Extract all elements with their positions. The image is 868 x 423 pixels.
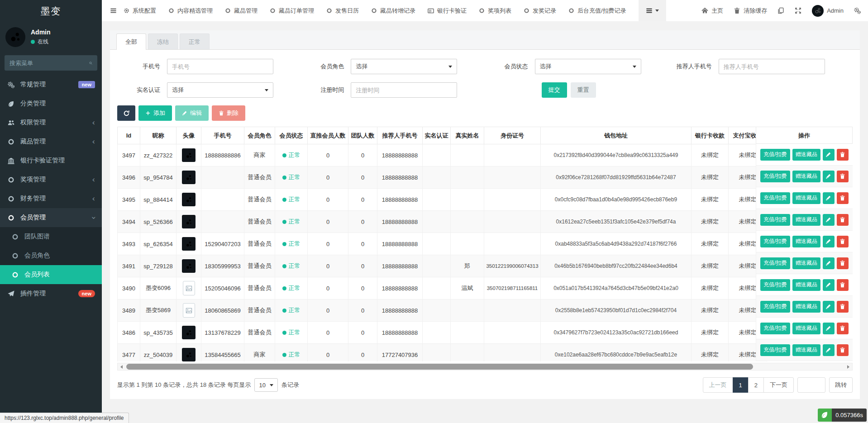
gift-collection-button[interactable]: 赠送藏品 xyxy=(792,301,820,313)
row-delete-button[interactable] xyxy=(837,344,849,356)
member-avatar[interactable] xyxy=(182,259,196,273)
add-button[interactable]: 添加 xyxy=(138,105,172,121)
member-avatar[interactable] xyxy=(182,326,196,339)
row-delete-button[interactable] xyxy=(837,301,849,313)
sidebar-item-member-list[interactable]: 会员列表 xyxy=(0,265,102,284)
gift-collection-button[interactable]: 赠送藏品 xyxy=(792,236,820,247)
col-bank[interactable]: 银行卡收款 xyxy=(692,127,729,144)
gift-collection-button[interactable]: 赠送藏品 xyxy=(792,344,820,356)
edit-button[interactable]: 编辑 xyxy=(175,105,209,121)
member-avatar[interactable] xyxy=(182,237,196,251)
row-delete-button[interactable] xyxy=(837,323,849,334)
sidebar-item-team-graph[interactable]: 团队图谱 xyxy=(0,227,102,246)
row-delete-button[interactable] xyxy=(837,149,849,161)
col-realname[interactable]: 真实姓名 xyxy=(451,127,484,144)
nav-item-collection-order[interactable]: 藏品订单管理 xyxy=(270,7,314,15)
referrer-phone-input[interactable] xyxy=(719,59,825,74)
gift-collection-button[interactable]: 赠送藏品 xyxy=(792,149,820,161)
col-wallet[interactable]: 钱包地址 xyxy=(541,127,692,144)
member-avatar[interactable] xyxy=(182,171,196,184)
nav-item-sale-calendar[interactable]: 发售日历 xyxy=(326,7,359,15)
user-avatar[interactable] xyxy=(5,27,25,47)
recharge-button[interactable]: 充值/扣费 xyxy=(760,236,790,247)
member-avatar[interactable] xyxy=(182,348,196,361)
col-idcard[interactable]: 身份证号 xyxy=(484,127,541,144)
realname-select[interactable]: 选择 xyxy=(167,82,273,98)
home-button[interactable]: 主页 xyxy=(701,7,723,15)
col-direct-count[interactable]: 直推会员人数 xyxy=(308,127,348,144)
jump-button[interactable]: 跳转 xyxy=(829,377,853,393)
sidebar-item-member[interactable]: 会员管理‹ xyxy=(0,208,102,227)
col-nickname[interactable]: 昵称 xyxy=(140,127,176,144)
hamburger-icon[interactable] xyxy=(102,7,124,14)
nav-item-collection[interactable]: 藏品管理 xyxy=(225,7,258,15)
table-row[interactable]: 3497 zz_427322 18888888886 商家 正常 0 0 188… xyxy=(118,144,767,166)
member-avatar[interactable] xyxy=(183,281,195,295)
col-status[interactable]: 会员状态 xyxy=(275,127,308,144)
row-delete-button[interactable] xyxy=(837,279,849,291)
row-delete-button[interactable] xyxy=(837,236,849,247)
table-row[interactable]: 3493 sp_626354 15290407203 普通会员 正常 0 0 1… xyxy=(118,233,767,255)
gift-collection-button[interactable]: 赠送藏品 xyxy=(792,257,820,269)
recharge-button[interactable]: 充值/扣费 xyxy=(760,171,790,182)
row-edit-button[interactable] xyxy=(823,301,835,313)
recharge-button[interactable]: 充值/扣费 xyxy=(760,214,790,226)
prev-page-button[interactable]: 上一页 xyxy=(703,377,733,393)
table-row[interactable]: 3490 墨变6096 15205046096 普通会员 正常 0 0 1888… xyxy=(118,277,767,299)
col-verified[interactable]: 实名认证 xyxy=(423,127,451,144)
sidebar-item-auth[interactable]: 权限管理‹ xyxy=(0,113,102,132)
nav-item-bankcard-verify[interactable]: 银行卡验证 xyxy=(428,7,467,15)
sidebar-item-finance[interactable]: 财务管理‹ xyxy=(0,189,102,208)
recharge-button[interactable]: 充值/扣费 xyxy=(760,344,790,356)
delete-button[interactable]: 删除 xyxy=(212,105,245,121)
table-row[interactable]: 3496 sp_954784 普通会员 正常 0 0 18888888888 xyxy=(118,166,767,189)
page-size-select[interactable]: 10 xyxy=(254,378,277,392)
sidebar-search-input[interactable] xyxy=(10,60,89,67)
clear-cache-button[interactable]: 清除缓存 xyxy=(734,7,767,15)
settings-gears-icon[interactable] xyxy=(854,7,861,14)
nav-item-recharge-record[interactable]: 后台充值/扣费记录 xyxy=(568,7,626,15)
nav-item-content-featured[interactable]: 内容精选管理 xyxy=(168,7,213,15)
recharge-button[interactable]: 充值/扣费 xyxy=(760,149,790,161)
scroll-left-arrow[interactable] xyxy=(118,363,125,370)
sidebar-item-member-role[interactable]: 会员角色 xyxy=(0,246,102,265)
row-delete-button[interactable] xyxy=(837,257,849,269)
member-avatar[interactable] xyxy=(182,193,196,206)
page-2-button[interactable]: 2 xyxy=(748,377,764,393)
table-row[interactable]: 3494 sp_526366 普通会员 正常 0 0 18888888888 xyxy=(118,211,767,233)
row-edit-button[interactable] xyxy=(823,257,835,269)
page-1-button[interactable]: 1 xyxy=(733,377,749,393)
row-edit-button[interactable] xyxy=(823,323,835,334)
member-avatar[interactable] xyxy=(182,215,196,228)
row-edit-button[interactable] xyxy=(823,344,835,356)
tab-all[interactable]: 全部 xyxy=(116,33,146,50)
row-edit-button[interactable] xyxy=(823,149,835,161)
tab-frozen[interactable]: 冻结 xyxy=(148,33,178,49)
row-delete-button[interactable] xyxy=(837,192,849,204)
row-edit-button[interactable] xyxy=(823,192,835,204)
role-select[interactable]: 选择 xyxy=(351,59,457,74)
row-edit-button[interactable] xyxy=(823,214,835,226)
recharge-button[interactable]: 充值/扣费 xyxy=(760,301,790,313)
row-edit-button[interactable] xyxy=(823,171,835,182)
table-row[interactable]: 3495 sp_884414 普通会员 正常 0 0 18888888888 xyxy=(118,189,767,211)
navbar-user[interactable]: Admin xyxy=(812,5,844,17)
nav-item-award-record[interactable]: 发奖记录 xyxy=(524,7,556,15)
regtime-input[interactable] xyxy=(351,82,457,98)
status-select[interactable]: 选择 xyxy=(535,59,641,74)
fullscreen-icon[interactable] xyxy=(795,7,801,14)
leaf-icon[interactable] xyxy=(818,409,832,422)
col-phone[interactable]: 手机号 xyxy=(201,127,244,144)
gift-collection-button[interactable]: 赠送藏品 xyxy=(792,214,820,226)
scroll-right-arrow[interactable] xyxy=(844,363,852,370)
table-row[interactable]: 3477 zz_504039 13584455665 商家 正常 0 0 177… xyxy=(118,344,767,362)
gift-collection-button[interactable]: 赠送藏品 xyxy=(792,192,820,204)
recharge-button[interactable]: 充值/扣费 xyxy=(760,323,790,334)
table-row[interactable]: 3491 sp_729128 18305999953 普通会员 正常 0 0 1… xyxy=(118,255,767,277)
search-icon[interactable] xyxy=(89,60,92,67)
sidebar-item-prize[interactable]: 奖项管理‹ xyxy=(0,170,102,189)
gift-collection-button[interactable]: 赠送藏品 xyxy=(792,279,820,291)
recharge-button[interactable]: 充值/扣费 xyxy=(760,279,790,291)
horizontal-scrollbar[interactable] xyxy=(117,363,853,371)
tab-normal[interactable]: 正常 xyxy=(180,33,210,49)
